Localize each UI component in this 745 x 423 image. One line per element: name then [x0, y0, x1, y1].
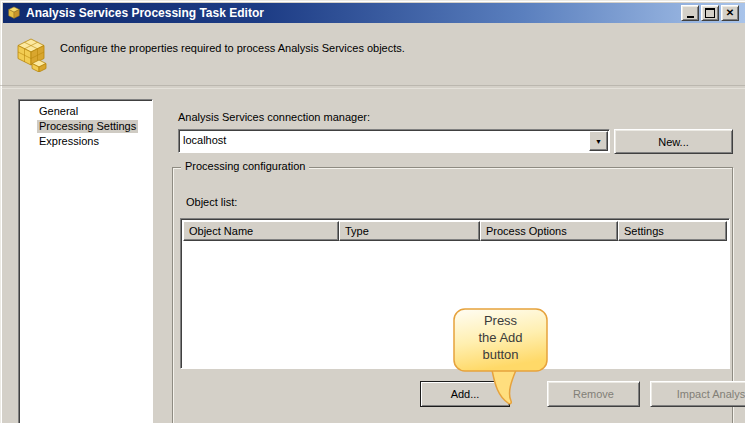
object-list-table[interactable]: Object Name Type Process Options Setting… [180, 218, 730, 369]
new-button-label: New... [658, 136, 689, 148]
app-cube-icon [7, 6, 21, 20]
window-title: Analysis Services Processing Task Editor [26, 6, 264, 20]
maximize-button[interactable] [701, 5, 719, 21]
remove-button-label: Remove [573, 388, 614, 400]
banner-separator [0, 85, 745, 89]
column-header-process-options[interactable]: Process Options [480, 221, 618, 241]
dialog-description: Configure the properties required to pro… [60, 42, 405, 54]
chevron-down-icon: ▼ [595, 138, 602, 145]
object-list-header-row: Object Name Type Process Options Setting… [183, 221, 727, 241]
page-list: General Processing Settings Expressions [18, 99, 153, 423]
minimize-button[interactable] [681, 5, 699, 21]
object-list-label: Object list: [186, 196, 237, 208]
connection-manager-combobox[interactable]: localhost ▼ [178, 129, 610, 153]
add-button-label: Add... [451, 388, 480, 400]
sidebar-item-processing-settings[interactable]: Processing Settings [19, 119, 152, 134]
group-title: Processing configuration [181, 160, 309, 172]
maximize-icon [705, 8, 715, 18]
title-bar[interactable]: Analysis Services Processing Task Editor… [3, 3, 745, 23]
close-icon: ✕ [726, 8, 734, 18]
add-button[interactable]: Add... [420, 381, 510, 407]
column-header-type[interactable]: Type [339, 221, 480, 241]
connection-manager-label: Analysis Services connection manager: [178, 111, 370, 123]
impact-analysis-button: Impact Analys [650, 381, 745, 407]
combobox-dropdown-button[interactable]: ▼ [589, 131, 608, 151]
analysis-services-task-editor-dialog: Analysis Services Processing Task Editor… [0, 0, 745, 423]
column-header-settings[interactable]: Settings [618, 221, 727, 241]
remove-button: Remove [547, 381, 640, 407]
minimize-icon [687, 16, 694, 18]
column-header-object-name[interactable]: Object Name [183, 221, 339, 241]
sidebar-item-expressions[interactable]: Expressions [19, 134, 152, 149]
close-button[interactable]: ✕ [721, 5, 739, 21]
analysis-services-cube-icon [15, 36, 51, 72]
connection-manager-value: localhost [183, 134, 226, 146]
new-connection-button[interactable]: New... [614, 129, 733, 154]
impact-analysis-button-label: Impact Analys [677, 388, 745, 400]
sidebar-item-general[interactable]: General [19, 104, 152, 119]
